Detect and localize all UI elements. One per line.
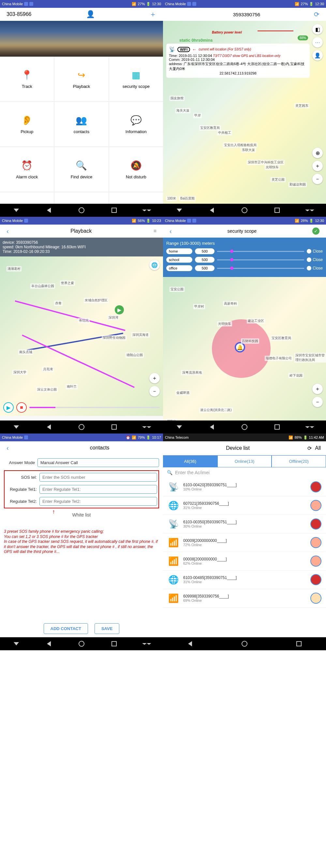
tab-all[interactable]: All(36) [163, 455, 217, 467]
nav-recent[interactable] [110, 423, 118, 431]
nav-home[interactable] [241, 206, 248, 214]
refresh-icon[interactable]: ⟳ [314, 10, 320, 18]
zoom-in-button[interactable]: ＋ [312, 384, 323, 394]
device-item[interactable]: 🌐 6103-00485[3593390751____]31% Online [163, 570, 326, 589]
nav-bottom[interactable] [163, 421, 326, 434]
device-item[interactable]: 📡 6103-00350[3593390751____]30% Online [163, 515, 326, 533]
avatar[interactable] [310, 556, 321, 567]
close-toggle[interactable]: Close [307, 257, 323, 262]
zoom-out-button[interactable]: － [312, 397, 323, 407]
play-marker[interactable]: ▶ [115, 305, 124, 314]
map-view[interactable]: Battery power level 88% static 0hrs0mins… [163, 21, 326, 204]
nav-bottom[interactable] [0, 637, 163, 650]
avatar[interactable] [310, 500, 321, 511]
nav-down[interactable] [175, 423, 183, 431]
nav-back[interactable] [208, 206, 216, 214]
feature-not-disturb[interactable]: 🔕Not disturb [109, 147, 163, 192]
nav-down[interactable] [12, 423, 20, 431]
close-toggle[interactable]: Close [307, 266, 323, 271]
nav-recent[interactable] [110, 206, 118, 214]
stop-button[interactable]: ■ [16, 402, 27, 413]
search-bar[interactable]: 🔍 Enter the Ac/imei [163, 467, 326, 478]
feature-alarm-clock[interactable]: ⏰Alarm clock [0, 147, 54, 192]
sos-input[interactable] [39, 473, 157, 482]
feature-pickup[interactable]: 👂Pickup [0, 102, 54, 147]
back-icon[interactable]: ‹ [6, 444, 9, 452]
device-item[interactable]: 📡 6103-00420[3593390751____]10% Online [163, 478, 326, 496]
more-button[interactable]: ⋯ [312, 37, 323, 48]
reg1-input[interactable] [39, 485, 157, 494]
device-item[interactable]: 📶 00009[2000000000____]72% Online [163, 533, 326, 552]
avatar[interactable] [310, 537, 321, 548]
layers-button[interactable]: ◧ [312, 24, 323, 34]
range-slider[interactable] [217, 259, 304, 260]
tab-online[interactable]: Online(13) [217, 455, 272, 467]
nav-back[interactable] [208, 423, 216, 431]
all-button[interactable]: All [315, 445, 321, 451]
feature-contacts[interactable]: 👥contacts [54, 102, 108, 147]
close-toggle[interactable]: Close [307, 249, 323, 253]
nav-down[interactable] [175, 206, 183, 214]
globe-button[interactable]: 🌐 [149, 260, 160, 270]
range-name-input[interactable] [166, 248, 192, 254]
back-icon[interactable]: ‹ [169, 227, 172, 235]
range-name-input[interactable] [166, 257, 192, 262]
map-view[interactable]: 🔔 ＋ － 200米 宝安公园甲岸村光明快车百财科技园瑞德电子有限公司岭下花园金… [163, 277, 326, 427]
add-icon[interactable]: ＋ [149, 9, 157, 19]
nav-recent[interactable] [273, 206, 281, 214]
nav-home[interactable] [78, 206, 85, 214]
avatar[interactable] [310, 593, 321, 604]
feature-find-device[interactable]: 🔍Find device [54, 147, 108, 192]
street-button[interactable]: 👤 [312, 50, 323, 61]
avatar[interactable] [310, 519, 321, 529]
play-button[interactable]: ▶ [3, 402, 14, 413]
nav-back[interactable] [45, 423, 53, 431]
nav-home[interactable] [78, 640, 85, 648]
back-icon[interactable]: ‹ [6, 227, 9, 235]
device-item[interactable]: 📶 609998[3593390756____]69% Online [163, 589, 326, 608]
nav-bottom[interactable] [163, 204, 326, 217]
nav-down[interactable] [12, 206, 20, 214]
nav-bottom[interactable] [163, 637, 326, 650]
nav-back[interactable] [45, 640, 53, 648]
feature-security-scope[interactable]: ▦security scope [109, 57, 163, 101]
nav-home[interactable] [241, 640, 248, 648]
zoom-in-button[interactable]: ＋ [149, 373, 160, 383]
nav-recent[interactable] [110, 640, 118, 648]
refresh-icon[interactable]: ⟳ [307, 445, 311, 452]
profile-icon[interactable]: 👤 [86, 10, 95, 19]
nav-menu[interactable] [143, 206, 151, 214]
nav-menu[interactable] [143, 640, 151, 648]
zoom-out-button[interactable]: － [149, 386, 160, 396]
device-item[interactable]: 🌐 607021[3593390756____]31% Online [163, 496, 326, 515]
nav-recent[interactable] [273, 423, 281, 431]
confirm-icon[interactable]: ✓ [312, 227, 320, 235]
menu-icon[interactable]: ≡ [154, 228, 157, 234]
feature-playback[interactable]: ↪Playback [54, 57, 108, 101]
nav-recent[interactable] [295, 640, 303, 648]
nav-home[interactable] [241, 423, 248, 431]
nav-home[interactable] [78, 423, 85, 431]
add-contact-button[interactable]: ADD CONTACT [44, 623, 88, 634]
range-slider[interactable] [217, 268, 304, 269]
save-button[interactable]: SAVE [94, 623, 119, 634]
nav-menu[interactable] [143, 423, 151, 431]
nav-menu[interactable] [306, 423, 314, 431]
tab-offline[interactable]: Offline(20) [272, 455, 326, 467]
nav-bottom[interactable] [0, 204, 163, 217]
range-value-input[interactable] [195, 257, 215, 262]
map-view[interactable]: ▶ 🌐 ＋ － ▶ ■ 清湖老村羊台山森林公园赤青蒂坑坑深圳野生动物园塘朗山公园… [0, 256, 163, 416]
range-value-input[interactable] [195, 248, 215, 254]
nav-down[interactable] [12, 640, 20, 648]
avatar[interactable] [310, 482, 321, 492]
avatar[interactable] [310, 574, 321, 585]
nav-back[interactable] [45, 206, 53, 214]
whitelist-link[interactable]: White list [4, 508, 159, 521]
range-value-input[interactable] [195, 265, 215, 271]
locate-button[interactable]: ⊕ [312, 148, 323, 158]
reg2-input[interactable] [39, 497, 157, 506]
zoom-out-button[interactable]: － [312, 174, 323, 184]
device-item[interactable]: 📶 00008[2000000000____]62% Online [163, 552, 326, 570]
nav-menu[interactable] [306, 206, 314, 214]
feature-track[interactable]: 📍Track [0, 57, 54, 101]
